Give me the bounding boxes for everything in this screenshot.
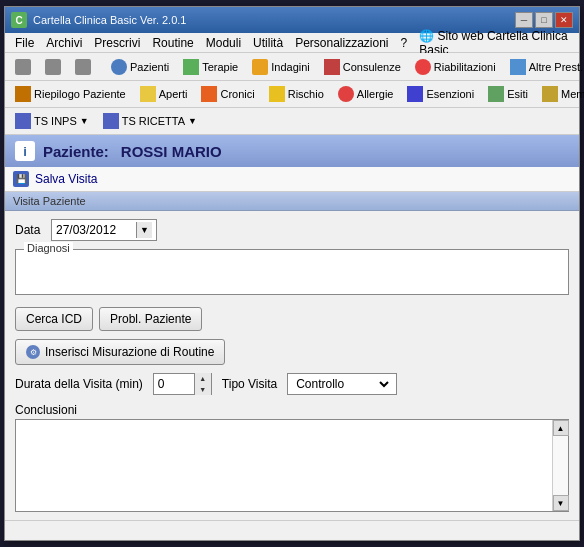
riab-label: Riabilitazioni xyxy=(434,61,496,73)
riab-icon xyxy=(415,59,431,75)
risk-icon xyxy=(269,86,285,102)
patient-header: i Paziente: ROSSI MARIO xyxy=(5,135,579,167)
fwd-icon xyxy=(45,59,61,75)
visita-content: Data ▼ Diagnosi Cerca ICD Probl. Pazient… xyxy=(5,211,579,520)
ts-ricetta-icon xyxy=(103,113,119,129)
date-dropdown-button[interactable]: ▼ xyxy=(136,222,152,238)
vertical-scrollbar[interactable]: ▲ ▼ xyxy=(552,420,568,511)
pazienti-button[interactable]: Pazienti xyxy=(105,56,175,78)
data-field-label: Data xyxy=(15,223,45,237)
allergie-button[interactable]: Allergie xyxy=(332,83,400,105)
ts-inps-label: TS INPS xyxy=(34,115,77,127)
aperti-label: Aperti xyxy=(159,88,188,100)
cerca-icd-button[interactable]: Cerca ICD xyxy=(15,307,93,331)
pazienti-label: Pazienti xyxy=(130,61,169,73)
visita-header: Visita Paziente xyxy=(5,192,579,211)
menu-file[interactable]: File xyxy=(9,34,40,52)
routine-label: Inserisci Misurazione di Routine xyxy=(45,345,214,359)
ts-ricetta-button[interactable]: TS RICETTA ▼ xyxy=(97,110,203,132)
esenzioni-button[interactable]: Esenzioni xyxy=(401,83,480,105)
ts-inps-icon xyxy=(15,113,31,129)
altre-label: Altre Prest. xyxy=(529,61,583,73)
memo-label: Memo xyxy=(561,88,584,100)
rischio-button[interactable]: Rischio xyxy=(263,83,330,105)
back-icon xyxy=(15,59,31,75)
scroll-down-arrow[interactable]: ▼ xyxy=(553,495,569,511)
scroll-up-arrow[interactable]: ▲ xyxy=(553,420,569,436)
save-button[interactable]: Salva Visita xyxy=(35,172,97,186)
probl-paziente-button[interactable]: Probl. Paziente xyxy=(99,307,202,331)
tipo-visita-wrapper: Controllo Prima visita Follow-up Urgenza xyxy=(287,373,397,395)
consulenze-label: Consulenze xyxy=(343,61,401,73)
save-icon: 💾 xyxy=(13,171,29,187)
open-icon xyxy=(140,86,156,102)
save-area: 💾 Salva Visita xyxy=(5,167,579,192)
date-input-wrapper: ▼ xyxy=(51,219,157,241)
summary-icon xyxy=(15,86,31,102)
ts-inps-button[interactable]: TS INPS ▼ xyxy=(9,110,95,132)
menu-personalizzazioni[interactable]: Personalizzazioni xyxy=(289,34,394,52)
rischio-label: Rischio xyxy=(288,88,324,100)
patient-name: ROSSI MARIO xyxy=(121,143,222,160)
window-title: Cartella Clinica Basic Ver. 2.0.1 xyxy=(33,14,515,26)
ts-ricetta-dropdown-icon: ▼ xyxy=(188,116,197,126)
menu-prescrivi[interactable]: Prescrivi xyxy=(88,34,146,52)
scroll-track xyxy=(553,436,568,495)
aperti-button[interactable]: Aperti xyxy=(134,83,194,105)
durata-spinbox: ▲ ▼ xyxy=(153,373,212,395)
patient-prefix: Paziente: xyxy=(43,143,109,160)
nav-up-button[interactable] xyxy=(69,56,97,78)
memo-icon xyxy=(542,86,558,102)
allergie-label: Allergie xyxy=(357,88,394,100)
toolbar-2: Riepilogo Paziente Aperti Cronici Rischi… xyxy=(5,81,579,108)
conclusioni-section: Conclusioni ▲ ▼ xyxy=(15,403,569,512)
conclusioni-textarea[interactable] xyxy=(16,420,552,511)
diagnosi-group: Diagnosi xyxy=(15,249,569,295)
cronici-label: Cronici xyxy=(220,88,254,100)
menu-help[interactable]: ? xyxy=(395,34,414,52)
spin-up-button[interactable]: ▲ xyxy=(195,373,211,384)
inserisci-routine-button[interactable]: ⚙ Inserisci Misurazione di Routine xyxy=(15,339,225,365)
exempt-icon xyxy=(407,86,423,102)
menu-moduli[interactable]: Moduli xyxy=(200,34,247,52)
toolbar-1: Pazienti Terapie Indagini Consulenze Ria… xyxy=(5,53,579,81)
main-window: C Cartella Clinica Basic Ver. 2.0.1 ─ □ … xyxy=(4,6,580,541)
exit-icon xyxy=(488,86,504,102)
duration-row: Durata della Visita (min) ▲ ▼ Tipo Visit… xyxy=(15,373,569,395)
memo-button[interactable]: Memo xyxy=(536,83,584,105)
icd-buttons-row: Cerca ICD Probl. Paziente xyxy=(15,303,569,331)
menu-bar: File Archivi Prescrivi Routine Moduli Ut… xyxy=(5,33,579,53)
nav-back-button[interactable] xyxy=(9,56,37,78)
info-letter: i xyxy=(23,144,27,159)
riabilitazioni-button[interactable]: Riabilitazioni xyxy=(409,56,502,78)
toolbar-3: TS INPS ▼ TS RICETTA ▼ xyxy=(5,108,579,135)
esenzioni-label: Esenzioni xyxy=(426,88,474,100)
menu-archivi[interactable]: Archivi xyxy=(40,34,88,52)
conclusioni-label: Conclusioni xyxy=(15,403,569,417)
app-icon: C xyxy=(11,12,27,28)
conclusioni-area: ▲ ▼ xyxy=(15,419,569,512)
nav-fwd-button[interactable] xyxy=(39,56,67,78)
riepilogo-label: Riepilogo Paziente xyxy=(34,88,126,100)
terapie-label: Terapie xyxy=(202,61,238,73)
diagnosi-input[interactable] xyxy=(24,258,560,286)
tipo-visita-label: Tipo Visita xyxy=(222,377,277,391)
durata-input[interactable] xyxy=(154,374,194,394)
riepilogo-button[interactable]: Riepilogo Paziente xyxy=(9,83,132,105)
terapie-button[interactable]: Terapie xyxy=(177,56,244,78)
altre-button[interactable]: Altre Prest. xyxy=(504,56,584,78)
indagini-icon xyxy=(252,59,268,75)
data-row: Data ▼ xyxy=(15,219,569,241)
consulenze-icon xyxy=(324,59,340,75)
spin-down-button[interactable]: ▼ xyxy=(195,384,211,395)
tipo-visita-select[interactable]: Controllo Prima visita Follow-up Urgenza xyxy=(292,376,392,392)
esiti-label: Esiti xyxy=(507,88,528,100)
esiti-button[interactable]: Esiti xyxy=(482,83,534,105)
visita-section-label: Visita Paziente xyxy=(13,195,86,207)
cronici-button[interactable]: Cronici xyxy=(195,83,260,105)
menu-utilita[interactable]: Utilità xyxy=(247,34,289,52)
menu-routine[interactable]: Routine xyxy=(146,34,199,52)
date-input[interactable] xyxy=(56,223,136,237)
indagini-button[interactable]: Indagini xyxy=(246,56,316,78)
consulenze-button[interactable]: Consulenze xyxy=(318,56,407,78)
